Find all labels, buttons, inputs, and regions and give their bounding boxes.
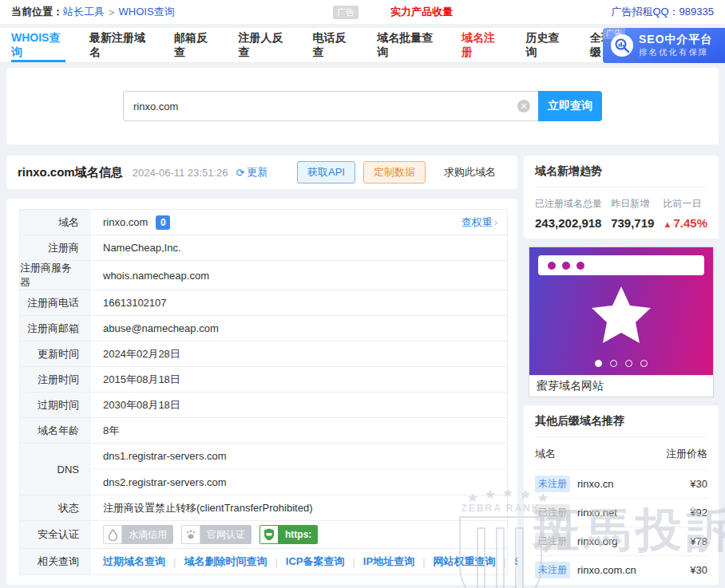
stat-yesterday-new: 昨日新增 739,719 <box>611 197 654 230</box>
row-label: 相关查询 <box>20 549 90 574</box>
search-box: ✕ <box>123 91 538 121</box>
row-value: whois.namecheap.com <box>90 261 507 290</box>
suffix-domain-link[interactable]: rinxo.cn <box>577 478 614 490</box>
row-value: 8年 <box>90 418 507 443</box>
clear-input-icon[interactable]: ✕ <box>517 100 530 112</box>
official-site-badge[interactable]: 官网认证 <box>181 525 252 544</box>
check-weight-link[interactable]: 查权重› <box>462 215 497 230</box>
table-row-expiry-date: 过期时间 2030年08月18日 <box>20 393 507 418</box>
table-row-domain-age: 域名年龄 8年 <box>20 418 507 444</box>
left-column: rinxo.com域名信息 2024-06-11 23:51:26 ⟳更新 获取… <box>6 156 517 585</box>
trend-title: 域名新增趋势 <box>535 164 707 187</box>
buy-domain-button[interactable]: 求购此域名 <box>434 161 506 184</box>
suffix-table-header: 域名 注册价格 <box>535 437 707 469</box>
breadcrumb-home-link[interactable]: 站长工具 <box>63 5 105 19</box>
refresh-link[interactable]: ⟳更新 <box>236 165 267 180</box>
paw-icon <box>181 525 200 544</box>
whois-page: 当前位置： 站长工具 > WHOIS查询 广告 实力产品收量 广告招租QQ：98… <box>0 0 725 588</box>
banner-subtitle: 排名优化有保障 <box>639 47 713 58</box>
ssl-shield-icon <box>259 525 279 544</box>
chevron-right-icon: › <box>494 216 497 228</box>
trend-stats: 已注册域名总量 243,202,918 昨日新增 739,719 比前一日 ▲7… <box>535 187 707 230</box>
table-row-created-date: 注册时间 2015年08月18日 <box>20 367 507 393</box>
promo-ad-link[interactable]: 实力产品收量 <box>390 5 453 19</box>
status-badge: 已注册 <box>535 504 570 521</box>
official-site-label: 官网认证 <box>200 525 252 544</box>
tab-newly-registered[interactable]: 最新注册域名 <box>89 28 150 62</box>
browser-dot-icon <box>576 262 584 270</box>
water-credit-badge[interactable]: 水滴信用 <box>103 525 173 544</box>
row-label: 注册时间 <box>20 367 90 392</box>
suffix-domain-link[interactable]: rinxo.org <box>577 535 618 547</box>
suffix-row-cn: 未注册 rinxo.cn ¥30 <box>535 469 707 498</box>
suffix-price: ¥30 <box>690 564 707 576</box>
table-row-registrar-phone: 注册商电话 16613102107 <box>20 290 507 316</box>
link-icp-record[interactable]: ICP备案查询 <box>286 554 345 569</box>
row-value: rinxo.com 0 查权重› <box>90 210 507 235</box>
dns-server-2: dns2.registrar-servers.com <box>90 469 507 495</box>
header-buttons: 获取API 定制数据 求购此域名 <box>297 161 506 184</box>
tab-email-reverse[interactable]: 邮箱反查 <box>174 28 215 62</box>
seo-ad-banner[interactable]: 广告 SEO中介平台 排名优化有保障 <box>603 28 725 63</box>
related-links: 过期域名查询| 域名删除时间查询| ICP备案查询| IP地址查询| 网站权重查… <box>103 554 517 569</box>
link-expired-domains[interactable]: 过期域名查询 <box>103 554 165 569</box>
link-seo-overview[interactable]: SEO综合查询 <box>514 554 517 569</box>
tab-history-query[interactable]: 历史查询 <box>525 28 566 62</box>
breadcrumb-current-link[interactable]: WHOIS查询 <box>119 5 175 19</box>
domain-value: rinxo.com <box>103 216 148 228</box>
tab-batch-query[interactable]: 域名批量查询 <box>377 28 438 62</box>
browser-dot-icon <box>548 262 556 270</box>
water-credit-label: 水滴信用 <box>122 525 173 544</box>
tab-domain-register[interactable]: 域名注册 <box>462 28 502 62</box>
dns-server-1: dns1.registrar-servers.com <box>90 444 507 469</box>
weight-badge[interactable]: 0 <box>156 215 170 230</box>
get-api-button[interactable]: 获取API <box>297 161 355 184</box>
domain-info-header: rinxo.com域名信息 2024-06-11 23:51:26 ⟳更新 获取… <box>6 156 517 189</box>
table-row-status: 状态 注册商设置禁止转移(clientTransferProhibited) <box>20 495 507 521</box>
link-separator: | <box>422 556 425 568</box>
link-site-weight[interactable]: 网站权重查询 <box>434 554 496 569</box>
link-deletion-time[interactable]: 域名删除时间查询 <box>184 554 267 569</box>
search-group: ✕ 立即查询 <box>123 91 602 121</box>
water-drop-icon <box>103 525 122 544</box>
whois-table-card: 域名 rinxo.com 0 查权重› 注册商 NameCheap,Inc. <box>6 199 517 585</box>
star-icon <box>590 285 652 347</box>
suffix-price: ¥92 <box>690 507 707 519</box>
stat-value: ▲7.45% <box>664 216 707 230</box>
refresh-label: 更新 <box>247 165 267 180</box>
security-badges: 水滴信用 官网认证 <box>103 521 318 548</box>
promo-carousel[interactable]: 蜜芽域名网站 <box>529 247 714 397</box>
content: rinxo.com域名信息 2024-06-11 23:51:26 ⟳更新 获取… <box>0 144 725 588</box>
link-separator: | <box>352 556 355 568</box>
tab-whois-query[interactable]: WHOIS查询 <box>11 28 65 62</box>
stat-label: 已注册域名总量 <box>535 197 602 211</box>
carousel-dot[interactable] <box>625 360 632 367</box>
custom-data-button[interactable]: 定制数据 <box>363 161 426 184</box>
row-value: 2024年02月28日 <box>90 341 507 366</box>
promo-browser-bar <box>538 255 704 275</box>
suffix-domain-link[interactable]: rinxo.net <box>577 507 617 519</box>
dns-values: dns1.registrar-servers.com dns2.registra… <box>90 444 507 495</box>
check-weight-label: 查权重 <box>462 216 493 228</box>
suffix-title: 其他后缀域名推荐 <box>535 414 707 437</box>
link-ip-lookup[interactable]: IP地址查询 <box>363 554 414 569</box>
https-badge[interactable]: https: <box>259 525 318 544</box>
row-label: 域名 <box>20 210 90 235</box>
tab-phone-reverse[interactable]: 电话反查 <box>313 28 354 62</box>
domain-search-input[interactable] <box>123 91 538 121</box>
breadcrumb-separator: > <box>109 6 115 18</box>
up-triangle-icon: ▲ <box>664 219 672 229</box>
carousel-dot[interactable] <box>640 360 648 367</box>
carousel-dot-active[interactable] <box>595 360 602 367</box>
stat-total-registered: 已注册域名总量 243,202,918 <box>535 197 602 230</box>
carousel-dot[interactable] <box>610 360 617 367</box>
table-row-registrar: 注册商 NameCheap,Inc. <box>20 235 507 261</box>
link-separator: | <box>275 556 277 568</box>
query-now-button[interactable]: 立即查询 <box>538 91 602 121</box>
suffix-domain-link[interactable]: rinxo.com.cn <box>577 564 636 576</box>
row-label: 注册商邮箱 <box>20 316 90 341</box>
topbar: 当前位置： 站长工具 > WHOIS查询 广告 实力产品收量 广告招租QQ：98… <box>0 0 725 24</box>
tab-registrant-reverse[interactable]: 注册人反查 <box>238 28 288 62</box>
search-section: ✕ 立即查询 <box>6 68 719 144</box>
browser-dot-icon <box>562 262 570 270</box>
